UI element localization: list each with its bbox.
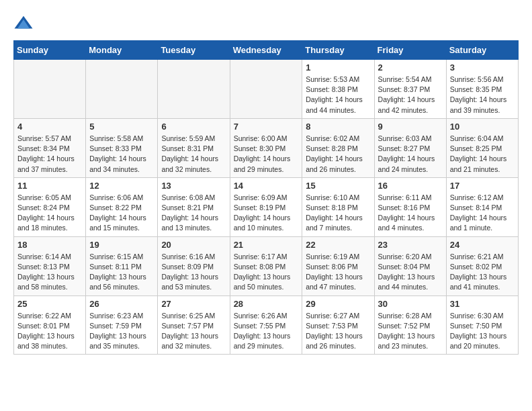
day-number: 17 xyxy=(450,181,515,191)
day-info: Sunrise: 6:03 AM Sunset: 8:27 PM Dayligh… xyxy=(378,134,443,175)
day-number: 20 xyxy=(161,240,226,250)
day-number: 30 xyxy=(378,299,443,309)
calendar-week-row: 18Sunrise: 6:14 AM Sunset: 8:13 PM Dayli… xyxy=(14,236,519,295)
header-tuesday: Tuesday xyxy=(158,41,230,60)
page-header xyxy=(13,13,519,34)
day-info: Sunrise: 6:27 AM Sunset: 7:53 PM Dayligh… xyxy=(306,311,370,352)
calendar-cell: 4Sunrise: 5:57 AM Sunset: 8:34 PM Daylig… xyxy=(14,118,86,177)
calendar-cell: 2Sunrise: 5:54 AM Sunset: 8:37 PM Daylig… xyxy=(374,60,446,119)
day-number: 12 xyxy=(89,181,154,191)
calendar-cell xyxy=(230,60,302,119)
calendar-cell: 15Sunrise: 6:10 AM Sunset: 8:18 PM Dayli… xyxy=(302,177,374,236)
day-number: 15 xyxy=(306,181,370,191)
day-number: 8 xyxy=(306,122,370,132)
calendar-table: SundayMondayTuesdayWednesdayThursdayFrid… xyxy=(13,40,519,355)
header-saturday: Saturday xyxy=(446,41,518,60)
day-number: 25 xyxy=(17,299,82,309)
day-number: 2 xyxy=(378,62,443,73)
day-info: Sunrise: 6:26 AM Sunset: 7:55 PM Dayligh… xyxy=(234,311,299,352)
day-info: Sunrise: 6:16 AM Sunset: 8:09 PM Dayligh… xyxy=(161,252,226,293)
logo xyxy=(13,13,36,34)
calendar-cell: 21Sunrise: 6:17 AM Sunset: 8:08 PM Dayli… xyxy=(230,236,302,295)
day-info: Sunrise: 6:14 AM Sunset: 8:13 PM Dayligh… xyxy=(17,252,82,293)
day-info: Sunrise: 6:22 AM Sunset: 8:01 PM Dayligh… xyxy=(17,311,82,352)
calendar-cell: 25Sunrise: 6:22 AM Sunset: 8:01 PM Dayli… xyxy=(14,295,86,355)
day-number: 9 xyxy=(378,122,443,132)
calendar-week-row: 25Sunrise: 6:22 AM Sunset: 8:01 PM Dayli… xyxy=(14,295,519,355)
day-number: 16 xyxy=(378,181,443,191)
header-monday: Monday xyxy=(86,41,158,60)
day-number: 5 xyxy=(89,122,154,132)
day-info: Sunrise: 5:56 AM Sunset: 8:35 PM Dayligh… xyxy=(450,75,515,116)
day-number: 14 xyxy=(234,181,299,191)
day-info: Sunrise: 5:54 AM Sunset: 8:37 PM Dayligh… xyxy=(378,75,443,116)
day-info: Sunrise: 6:21 AM Sunset: 8:02 PM Dayligh… xyxy=(450,252,515,293)
day-number: 10 xyxy=(450,122,515,132)
header-friday: Friday xyxy=(374,41,446,60)
calendar-cell xyxy=(86,60,158,119)
day-number: 27 xyxy=(161,299,226,309)
day-number: 23 xyxy=(378,240,443,250)
day-number: 28 xyxy=(234,299,299,309)
day-info: Sunrise: 6:11 AM Sunset: 8:16 PM Dayligh… xyxy=(378,193,443,234)
calendar-cell: 23Sunrise: 6:20 AM Sunset: 8:04 PM Dayli… xyxy=(374,236,446,295)
day-number: 3 xyxy=(450,62,515,73)
calendar-cell: 28Sunrise: 6:26 AM Sunset: 7:55 PM Dayli… xyxy=(230,295,302,355)
calendar-cell: 13Sunrise: 6:08 AM Sunset: 8:21 PM Dayli… xyxy=(158,177,230,236)
calendar-week-row: 4Sunrise: 5:57 AM Sunset: 8:34 PM Daylig… xyxy=(14,118,519,177)
calendar-cell: 19Sunrise: 6:15 AM Sunset: 8:11 PM Dayli… xyxy=(86,236,158,295)
header-thursday: Thursday xyxy=(302,41,374,60)
day-number: 18 xyxy=(17,240,82,250)
day-info: Sunrise: 5:53 AM Sunset: 8:38 PM Dayligh… xyxy=(306,75,370,116)
calendar-cell: 22Sunrise: 6:19 AM Sunset: 8:06 PM Dayli… xyxy=(302,236,374,295)
day-number: 26 xyxy=(89,299,154,309)
day-info: Sunrise: 6:04 AM Sunset: 8:25 PM Dayligh… xyxy=(450,134,515,175)
day-info: Sunrise: 6:09 AM Sunset: 8:19 PM Dayligh… xyxy=(234,193,299,234)
day-info: Sunrise: 5:57 AM Sunset: 8:34 PM Dayligh… xyxy=(17,134,82,175)
calendar-cell: 7Sunrise: 6:00 AM Sunset: 8:30 PM Daylig… xyxy=(230,118,302,177)
day-info: Sunrise: 6:12 AM Sunset: 8:14 PM Dayligh… xyxy=(450,193,515,234)
calendar-cell: 10Sunrise: 6:04 AM Sunset: 8:25 PM Dayli… xyxy=(446,118,518,177)
calendar-cell: 14Sunrise: 6:09 AM Sunset: 8:19 PM Dayli… xyxy=(230,177,302,236)
logo-icon xyxy=(13,13,34,34)
calendar-cell: 3Sunrise: 5:56 AM Sunset: 8:35 PM Daylig… xyxy=(446,60,518,119)
calendar-cell: 31Sunrise: 6:30 AM Sunset: 7:50 PM Dayli… xyxy=(446,295,518,355)
calendar-cell: 30Sunrise: 6:28 AM Sunset: 7:52 PM Dayli… xyxy=(374,295,446,355)
day-number: 11 xyxy=(17,181,82,191)
day-info: Sunrise: 6:30 AM Sunset: 7:50 PM Dayligh… xyxy=(450,311,515,352)
day-info: Sunrise: 6:17 AM Sunset: 8:08 PM Dayligh… xyxy=(234,252,299,293)
day-info: Sunrise: 5:59 AM Sunset: 8:31 PM Dayligh… xyxy=(161,134,226,175)
day-info: Sunrise: 6:00 AM Sunset: 8:30 PM Dayligh… xyxy=(234,134,299,175)
calendar-cell: 9Sunrise: 6:03 AM Sunset: 8:27 PM Daylig… xyxy=(374,118,446,177)
calendar-cell: 12Sunrise: 6:06 AM Sunset: 8:22 PM Dayli… xyxy=(86,177,158,236)
day-info: Sunrise: 6:02 AM Sunset: 8:28 PM Dayligh… xyxy=(306,134,370,175)
calendar-header-row: SundayMondayTuesdayWednesdayThursdayFrid… xyxy=(14,41,519,60)
day-info: Sunrise: 6:06 AM Sunset: 8:22 PM Dayligh… xyxy=(89,193,154,234)
calendar-cell: 5Sunrise: 5:58 AM Sunset: 8:33 PM Daylig… xyxy=(86,118,158,177)
calendar-cell: 26Sunrise: 6:23 AM Sunset: 7:59 PM Dayli… xyxy=(86,295,158,355)
day-info: Sunrise: 6:20 AM Sunset: 8:04 PM Dayligh… xyxy=(378,252,443,293)
header-wednesday: Wednesday xyxy=(230,41,302,60)
calendar-cell: 17Sunrise: 6:12 AM Sunset: 8:14 PM Dayli… xyxy=(446,177,518,236)
calendar-cell: 11Sunrise: 6:05 AM Sunset: 8:24 PM Dayli… xyxy=(14,177,86,236)
day-number: 19 xyxy=(89,240,154,250)
day-number: 6 xyxy=(161,122,226,132)
day-number: 1 xyxy=(306,62,370,73)
day-number: 31 xyxy=(450,299,515,309)
calendar-week-row: 11Sunrise: 6:05 AM Sunset: 8:24 PM Dayli… xyxy=(14,177,519,236)
calendar-cell xyxy=(14,60,86,119)
header-sunday: Sunday xyxy=(14,41,86,60)
day-info: Sunrise: 6:28 AM Sunset: 7:52 PM Dayligh… xyxy=(378,311,443,352)
day-number: 29 xyxy=(306,299,370,309)
calendar-cell: 1Sunrise: 5:53 AM Sunset: 8:38 PM Daylig… xyxy=(302,60,374,119)
day-info: Sunrise: 6:15 AM Sunset: 8:11 PM Dayligh… xyxy=(89,252,154,293)
calendar-cell: 24Sunrise: 6:21 AM Sunset: 8:02 PM Dayli… xyxy=(446,236,518,295)
calendar-cell: 20Sunrise: 6:16 AM Sunset: 8:09 PM Dayli… xyxy=(158,236,230,295)
day-number: 22 xyxy=(306,240,370,250)
day-number: 21 xyxy=(234,240,299,250)
day-number: 24 xyxy=(450,240,515,250)
day-info: Sunrise: 6:10 AM Sunset: 8:18 PM Dayligh… xyxy=(306,193,370,234)
day-info: Sunrise: 6:25 AM Sunset: 7:57 PM Dayligh… xyxy=(161,311,226,352)
day-info: Sunrise: 6:05 AM Sunset: 8:24 PM Dayligh… xyxy=(17,193,82,234)
day-info: Sunrise: 5:58 AM Sunset: 8:33 PM Dayligh… xyxy=(89,134,154,175)
